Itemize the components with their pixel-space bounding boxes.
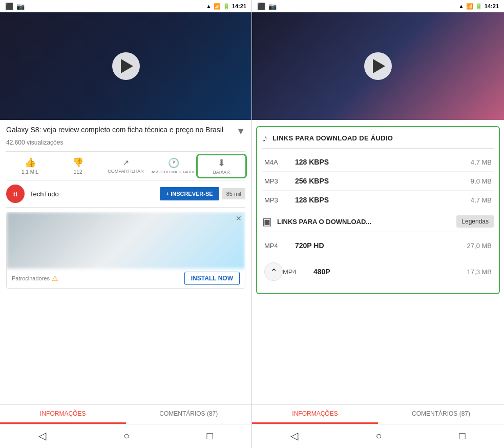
status-bar-left: ⬛ 📷 ▲ 📶 🔋 14:21	[0, 0, 251, 12]
view-count: 42.600 visualizações	[6, 139, 245, 146]
sponsor-label: Patrocinadores	[12, 275, 50, 281]
dropbox-icon: ⬛	[5, 3, 13, 10]
tab-comments-left[interactable]: COMENTÁRIOS (87)	[126, 405, 252, 424]
ad-image	[7, 212, 245, 269]
wifi-icon-right: 📶	[466, 3, 473, 10]
clock-icon: 🕐	[168, 157, 179, 169]
quality-256-mp3: 256 KBPS	[295, 177, 461, 185]
video-icon: ▣	[262, 215, 272, 228]
download-label: BAIXAR	[213, 170, 230, 175]
download-section-wrapper: ♪ LINKS PARA DOWNLOAD DE ÁUDIO M4A 128 K…	[256, 126, 500, 294]
install-now-button[interactable]: INSTALL NOW	[184, 272, 240, 285]
status-left-icons: ⬛ 📷	[5, 3, 25, 10]
play-button-left[interactable]	[112, 52, 140, 80]
ad-banner: ✕ Patrocinadores ⚠ INSTALL NOW	[6, 212, 245, 289]
video-item-1[interactable]: ⌃ MP4 480P 17,3 MB	[262, 255, 494, 288]
play-button-right[interactable]	[364, 52, 392, 80]
signal-icon-right: ▲	[458, 3, 464, 9]
channel-avatar: tt	[6, 185, 25, 203]
video-section-header: ▣ LINKS PARA O DOWNLOAD... Legendas	[262, 215, 494, 232]
video-thumbnail-right[interactable]	[252, 12, 504, 120]
quality-128-m4a: 128 KBPS	[295, 158, 461, 166]
audio-section-title: LINKS PARA DOWNLOAD DE ÁUDIO	[272, 134, 393, 142]
recent-button-right[interactable]: □	[459, 430, 465, 442]
bottom-tabs-left: INFORMAÇÕES COMENTÁRIOS (87)	[0, 404, 251, 424]
size-mp3-256: 9,0 MB	[461, 177, 492, 185]
channel-initials: tt	[13, 190, 18, 198]
video-item-0[interactable]: MP4 720P HD 27,0 MB	[262, 236, 494, 255]
status-right-info-right: ▲ 📶 🔋 14:21	[458, 3, 499, 10]
legendas-button[interactable]: Legendas	[456, 215, 494, 228]
video-info-left: Galaxy S8: veja review completo com fich…	[0, 120, 251, 404]
audio-item-0[interactable]: M4A 128 KBPS 4,7 MB	[262, 153, 494, 172]
audio-section: ♪ LINKS PARA DOWNLOAD DE ÁUDIO M4A 128 K…	[262, 132, 494, 209]
format-m4a: M4A	[264, 158, 295, 166]
action-row: 👍 1,1 MIL 👎 112 ↗ COMPARTILHAR 🕐 ASSISTI…	[6, 151, 245, 180]
status-right-info: ▲ 📶 🔋 14:21	[206, 3, 246, 10]
share-icon: ↗	[122, 158, 129, 168]
play-triangle-right	[373, 59, 385, 73]
video-title: Galaxy S8: veja review completo com fich…	[6, 125, 232, 135]
tab-comments-right[interactable]: COMENTÁRIOS (87)	[378, 405, 504, 424]
dislike-button[interactable]: 👎 112	[54, 155, 101, 177]
ad-footer: Patrocinadores ⚠ INSTALL NOW	[7, 269, 245, 288]
battery-icon: 🔋	[223, 3, 230, 10]
video-section-title: LINKS PARA O DOWNLOAD...	[277, 218, 371, 226]
download-icon: ⬇	[218, 157, 225, 169]
watch-later-button[interactable]: 🕐 ASSISTIR MAIS TARDE	[150, 155, 197, 177]
photo-icon: 📷	[16, 3, 25, 10]
nav-bar-right: ◁ ○ □	[252, 424, 504, 448]
quality-128-mp3: 128 KBPS	[295, 196, 461, 204]
recent-button-left[interactable]: □	[207, 430, 213, 442]
share-button[interactable]: ↗ COMPARTILHAR	[102, 156, 150, 176]
channel-row: tt TechTudo + INSCREVER-SE 85 mil	[6, 180, 245, 208]
size-mp3-128: 4,7 MB	[461, 196, 492, 204]
wifi-icon: 📶	[214, 3, 221, 10]
left-panel: ⬛ 📷 ▲ 📶 🔋 14:21 Galaxy S8: veja review c…	[0, 0, 252, 448]
music-icon: ♪	[262, 132, 267, 144]
warning-icon: ⚠	[52, 274, 58, 282]
ad-close-button[interactable]: ✕	[236, 214, 242, 222]
quality-480p: 480P	[313, 268, 461, 276]
subscribe-button[interactable]: + INSCREVER-SE	[160, 187, 219, 200]
download-panel: ♪ LINKS PARA DOWNLOAD DE ÁUDIO M4A 128 K…	[252, 120, 504, 404]
bottom-tabs-right: INFORMAÇÕES COMENTÁRIOS (87)	[252, 404, 504, 424]
photo-icon-right: 📷	[268, 3, 277, 10]
format-mp3-128: MP3	[264, 196, 295, 204]
format-mp4-720: MP4	[264, 242, 295, 250]
home-button-left[interactable]: ○	[123, 430, 130, 442]
tab-info-right[interactable]: INFORMAÇÕES	[252, 405, 378, 424]
status-left-icons-right: ⬛ 📷	[257, 3, 277, 10]
quality-720p: 720P HD	[295, 241, 461, 250]
back-button-left[interactable]: ◁	[38, 430, 46, 442]
battery-icon-right: 🔋	[475, 3, 482, 10]
nav-bar-left: ◁ ○ □	[0, 424, 251, 448]
channel-name: TechTudo	[30, 190, 160, 198]
home-button-right[interactable]: ○	[375, 430, 382, 442]
sub-count: 85 mil	[222, 188, 245, 199]
size-m4a: 4,7 MB	[461, 158, 492, 166]
right-panel: ⬛ 📷 ▲ 📶 🔋 14:21 ♪ LINKS PARA DOWNLOAD DE…	[252, 0, 504, 448]
size-480p: 17,3 MB	[461, 268, 492, 276]
scroll-up-button[interactable]: ⌃	[264, 262, 283, 281]
signal-icon: ▲	[206, 3, 212, 9]
download-button[interactable]: ⬇ BAIXAR	[198, 155, 245, 177]
back-button-right[interactable]: ◁	[290, 430, 298, 442]
time-left: 14:21	[232, 3, 246, 9]
audio-item-1[interactable]: MP3 256 KBPS 9,0 MB	[262, 172, 494, 191]
share-label: COMPARTILHAR	[108, 169, 144, 174]
video-section: ▣ LINKS PARA O DOWNLOAD... Legendas MP4 …	[262, 215, 494, 288]
like-icon: 👍	[25, 157, 36, 168]
video-thumbnail-left[interactable]	[0, 12, 251, 120]
play-triangle-left	[121, 59, 133, 73]
dropdown-arrow-icon[interactable]: ▼	[236, 126, 245, 137]
audio-section-header: ♪ LINKS PARA DOWNLOAD DE ÁUDIO	[262, 132, 494, 149]
like-button[interactable]: 👍 1,1 MIL	[6, 155, 54, 177]
audio-item-2[interactable]: MP3 128 KBPS 4,7 MB	[262, 191, 494, 209]
like-count: 1,1 MIL	[22, 169, 38, 175]
format-mp3-256: MP3	[264, 177, 295, 185]
status-bar-right: ⬛ 📷 ▲ 📶 🔋 14:21	[252, 0, 504, 12]
dislike-count: 112	[74, 169, 82, 175]
time-right: 14:21	[485, 3, 499, 9]
tab-info-left[interactable]: INFORMAÇÕES	[0, 405, 126, 424]
